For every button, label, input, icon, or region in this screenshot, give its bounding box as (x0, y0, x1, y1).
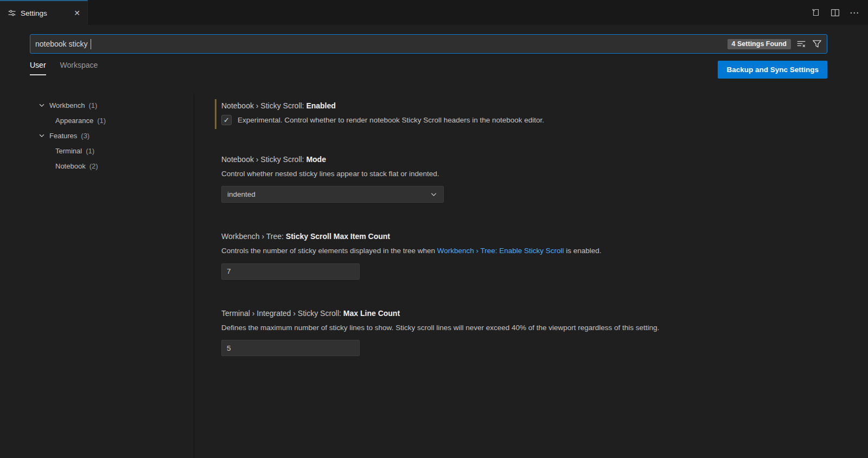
editor-tab-strip: Settings ✕ ⋯ (0, 0, 868, 25)
toc-label: Features (49, 132, 77, 140)
tab-workspace[interactable]: Workspace (60, 61, 98, 75)
setting-category: Notebook › Sticky Scroll: (221, 155, 304, 164)
toc-count: (3) (81, 132, 90, 140)
chevron-down-icon[interactable] (38, 101, 46, 109)
toc-label: Terminal (55, 147, 82, 155)
settings-list: Notebook › Sticky Scroll: Enabled ✓ Expe… (215, 92, 852, 383)
editor-actions: ⋯ (811, 0, 868, 25)
description-text: Controls the number of sticky elements d… (221, 247, 437, 255)
chevron-down-icon[interactable] (38, 132, 46, 139)
toc-item-notebook[interactable]: Notebook (2) (38, 158, 194, 173)
toc-label: Appearance (55, 117, 93, 125)
toc-item-workbench[interactable]: Workbench (1) (38, 98, 194, 113)
text-caret (91, 39, 92, 49)
toc-label: Workbench (49, 101, 85, 109)
backup-and-sync-settings-button[interactable]: Backup and Sync Settings (718, 61, 827, 79)
setting-title: Notebook › Sticky Scroll: Mode (221, 155, 852, 164)
clear-search-results-icon[interactable] (796, 38, 807, 49)
toc-label: Notebook (55, 162, 86, 170)
setting-category: Workbench › Tree: (221, 232, 284, 241)
setting-name: Max Line Count (343, 309, 400, 318)
toc-count: (2) (90, 162, 98, 170)
search-controls: 4 Settings Found (727, 38, 822, 49)
mode-select-value: indented (227, 190, 256, 198)
setting-terminal-sticky-scroll-max-line-count: Terminal › Integrated › Sticky Scroll: M… (215, 307, 852, 360)
toc-count: (1) (86, 147, 94, 155)
tab-title: Settings (21, 9, 68, 17)
enable-sticky-scroll-link[interactable]: Workbench › Tree: Enable Sticky Scroll (437, 247, 564, 255)
setting-description: Control whether nested sticky lines appe… (221, 169, 852, 179)
setting-title: Notebook › Sticky Scroll: Enabled (221, 101, 852, 110)
setting-name: Sticky Scroll Max Item Count (286, 232, 390, 241)
toc-item-features[interactable]: Features (3) (38, 128, 194, 143)
setting-name: Mode (306, 155, 326, 164)
settings-scope-tabs: User Workspace (30, 61, 98, 75)
settings-editor-tab[interactable]: Settings ✕ (0, 0, 88, 25)
tab-user[interactable]: User (30, 61, 46, 75)
toc-count: (1) (89, 101, 98, 109)
description-text: is enabled. (564, 247, 602, 255)
chevron-down-icon (430, 190, 438, 198)
setting-category: Notebook › Sticky Scroll: (221, 101, 304, 110)
toc-count: (1) (97, 117, 106, 125)
enabled-checkbox[interactable]: ✓ (221, 115, 232, 125)
setting-name: Enabled (306, 101, 335, 110)
more-actions-icon[interactable]: ⋯ (850, 7, 859, 18)
close-tab-icon[interactable]: ✕ (72, 8, 82, 18)
max-line-count-input[interactable] (221, 340, 360, 356)
settings-sliders-icon (8, 9, 16, 17)
setting-notebook-sticky-scroll-mode: Notebook › Sticky Scroll: Mode Control w… (215, 153, 852, 207)
settings-toc: Workbench (1) Appearance (1) Features (3… (0, 93, 194, 458)
setting-title: Terminal › Integrated › Sticky Scroll: M… (221, 309, 852, 318)
setting-description: Controls the number of sticky elements d… (221, 246, 852, 256)
toc-item-terminal[interactable]: Terminal (1) (38, 143, 194, 158)
setting-title: Workbench › Tree: Sticky Scroll Max Item… (221, 232, 852, 241)
search-query-text: notebook sticky (35, 40, 88, 48)
max-item-count-input[interactable] (221, 263, 360, 280)
setting-tree-sticky-scroll-max-item-count: Workbench › Tree: Sticky Scroll Max Item… (215, 230, 852, 283)
filter-icon[interactable] (812, 38, 822, 49)
toc-item-appearance[interactable]: Appearance (1) (38, 113, 194, 128)
open-settings-json-icon[interactable] (811, 8, 821, 17)
split-editor-icon[interactable] (831, 8, 840, 17)
setting-description: Experimental. Control whether to render … (238, 115, 544, 126)
settings-found-badge: 4 Settings Found (727, 39, 791, 49)
setting-description: Defines the maximum number of sticky lin… (221, 322, 852, 333)
mode-select[interactable]: indented (221, 186, 444, 203)
setting-notebook-sticky-scroll-enabled: Notebook › Sticky Scroll: Enabled ✓ Expe… (215, 99, 852, 129)
setting-category: Terminal › Integrated › Sticky Scroll: (221, 309, 341, 318)
settings-search-input[interactable]: notebook sticky 4 Settings Found (30, 34, 827, 54)
